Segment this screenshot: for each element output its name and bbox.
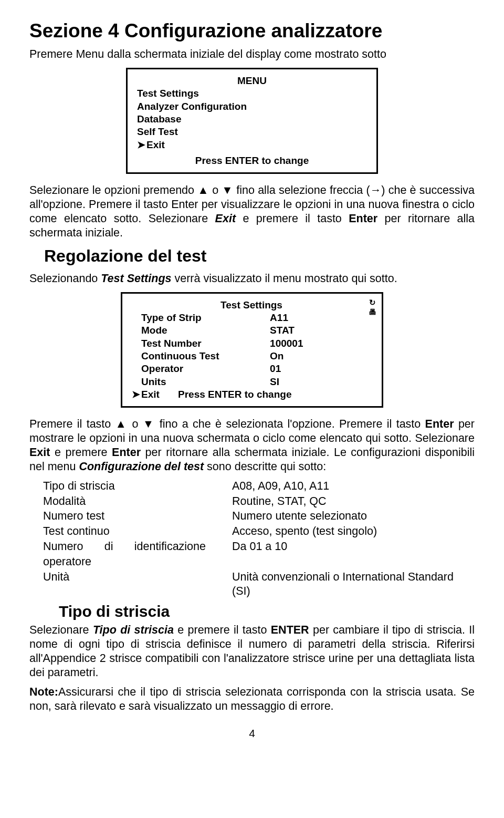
document-page: Sezione 4 Configurazione analizzatore Pr… <box>0 0 504 818</box>
config-table: Tipo di strisciaA08, A09, A10, A11 Modal… <box>43 479 475 598</box>
config-key: Unità <box>43 570 232 598</box>
lcd-value: STAT <box>270 324 367 337</box>
lcd-label: Type of Strip <box>141 312 270 324</box>
config-key: operatore <box>43 555 232 569</box>
lcd-value: On <box>270 350 367 363</box>
config-key: Test continuo <box>43 524 232 539</box>
config-row: Numero testNumero utente selezionato <box>43 509 475 523</box>
lcd-menu-screen: MENU Test Settings Analyzer Configuratio… <box>126 68 378 174</box>
config-value: Acceso, spento (test singolo) <box>232 524 475 539</box>
exit-emph: Exit <box>29 446 50 459</box>
lcd-test-settings-screen: ↻ 🖶 Test Settings Type of StripA11 ModeS… <box>121 292 383 408</box>
text: identificazione <box>134 540 206 554</box>
arrow-right-icon: ➤ <box>132 388 141 401</box>
config-key: Tipo di striscia <box>43 479 232 493</box>
lcd-label: Mode <box>141 324 270 337</box>
config-value: Routine, STAT, QC <box>232 494 475 509</box>
paragraph-1: Selezionare le opzioni premendo ▲ o ▼ fi… <box>29 183 475 240</box>
config-key: Numero di identificazione <box>43 540 232 554</box>
enter-emph: Enter <box>112 446 141 459</box>
lcd-row: Type of StripA11 <box>141 312 367 324</box>
text: Premere il tasto ▲ o ▼ fino a che è sele… <box>29 418 425 430</box>
text: Selezionare <box>29 624 93 636</box>
page-number: 4 <box>29 727 475 740</box>
lcd-row: Test Number100001 <box>141 337 367 350</box>
lcd-label: Operator <box>141 363 270 375</box>
subsection-heading: Regolazione del test <box>44 245 475 266</box>
enter-emph: Enter <box>349 212 377 225</box>
lcd-footer: Press ENTER to change <box>178 388 291 401</box>
config-row: Tipo di strisciaA08, A09, A10, A11 <box>43 479 475 493</box>
section-title: Sezione 4 Configurazione analizzatore <box>29 19 475 43</box>
config-row: ModalitàRoutine, STAT, QC <box>43 494 475 509</box>
paragraph-3: Premere il tasto ▲ o ▼ fino a che è sele… <box>29 417 475 474</box>
lcd-value: 100001 <box>270 337 367 350</box>
paragraph-5: Note:Assicurarsi che il tipo di striscia… <box>29 685 475 713</box>
text: di <box>104 540 113 554</box>
lcd-label: Test Number <box>141 337 270 350</box>
lcd-item: Database <box>137 113 367 126</box>
config-value: A08, A09, A10, A11 <box>232 479 475 493</box>
text: Selezionando <box>29 272 101 285</box>
lcd-item: Analyzer Configuration <box>137 100 367 113</box>
text: e premere il tasto <box>174 624 271 636</box>
text: sono descritte qui sotto: <box>204 460 326 473</box>
lcd-label: Units <box>141 376 270 388</box>
lcd-exit-label: Exit <box>141 388 178 401</box>
config-row: UnitàUnità convenzionali o International… <box>43 570 475 598</box>
lcd-row: Operator01 <box>141 363 367 375</box>
config-value: Da 01 a 10 <box>232 540 475 554</box>
config-value: Unità convenzionali o International Stan… <box>232 570 475 598</box>
config-row: Test continuoAcceso, spento (test singol… <box>43 524 475 539</box>
text: Numero <box>43 540 83 554</box>
lcd-item: Self Test <box>137 126 367 138</box>
config-key: Numero test <box>43 509 232 523</box>
test-settings-emph: Test Settings <box>101 272 171 285</box>
intro-paragraph: Premere Menu dalla schermata iniziale de… <box>29 47 475 61</box>
enter-emph: ENTER <box>271 624 309 636</box>
text: e premere <box>50 446 112 459</box>
lcd-label: Continuous Test <box>141 350 270 363</box>
refresh-icon: ↻ <box>369 298 376 307</box>
lcd-title: Test Settings <box>136 299 367 312</box>
paragraph-4: Selezionare Tipo di striscia e premere i… <box>29 623 475 680</box>
lcd-footer: Press ENTER to change <box>137 154 367 167</box>
exit-emph: Exit <box>215 212 236 225</box>
lcd-item: Test Settings <box>137 87 367 100</box>
printer-icon: 🖶 <box>369 307 376 317</box>
subsubsection-heading: Tipo di striscia <box>59 602 475 622</box>
lcd-exit-label: Exit <box>146 139 165 151</box>
paragraph-2: Selezionando Test Settings verrà visuali… <box>29 272 475 286</box>
lcd-value: SI <box>270 376 367 388</box>
config-emph: Configurazione del test <box>79 460 204 473</box>
text: verrà visualizzato il menu mostrato qui … <box>171 272 397 285</box>
config-value <box>232 555 475 569</box>
lcd-exit-row: ➤ Exit <box>137 139 367 151</box>
strip-type-emph: Tipo di striscia <box>93 624 174 636</box>
lcd-row: UnitsSI <box>141 376 367 388</box>
lcd-status-icons: ↻ 🖶 <box>369 298 376 317</box>
config-row: Numero di identificazione Da 01 a 10 <box>43 540 475 554</box>
text: e premere il tasto <box>236 212 349 225</box>
lcd-title: MENU <box>137 75 367 87</box>
lcd-value: A11 <box>270 312 367 324</box>
config-key: Modalità <box>43 494 232 509</box>
lcd-row: ModeSTAT <box>141 324 367 337</box>
lcd-value: 01 <box>270 363 367 375</box>
lcd-row: Continuous TestOn <box>141 350 367 363</box>
text: Assicurarsi che il tipo di striscia sele… <box>29 686 475 712</box>
enter-emph: Enter <box>425 418 454 430</box>
note-label: Note: <box>29 686 58 698</box>
arrow-right-icon: ➤ <box>137 139 146 151</box>
config-row: operatore <box>43 555 475 569</box>
lcd-exit-row: ➤ Exit Press ENTER to change <box>132 388 367 401</box>
config-value: Numero utente selezionato <box>232 509 475 523</box>
